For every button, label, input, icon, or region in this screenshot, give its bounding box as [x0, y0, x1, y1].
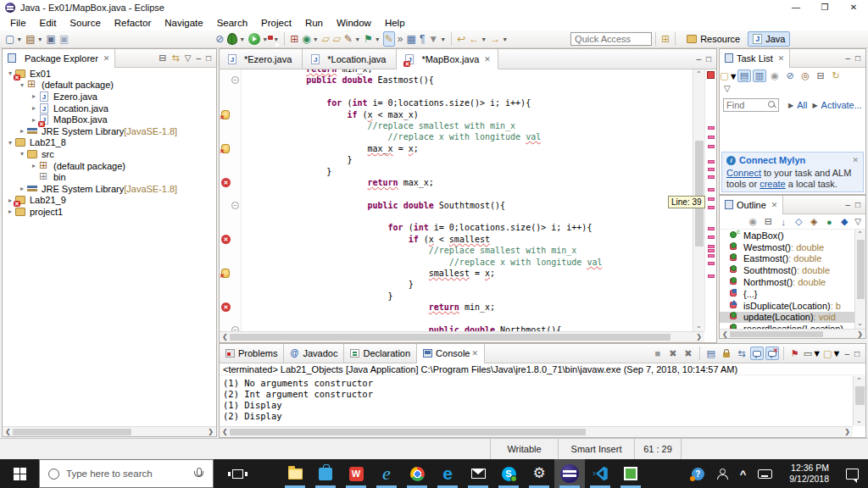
coverage-icon[interactable]: ▼ [270, 31, 280, 47]
expander-icon[interactable]: ▾ [6, 139, 14, 147]
task-view-button[interactable] [222, 459, 253, 488]
tray-clock[interactable]: 12:36 PM9/12/2018 [778, 459, 840, 488]
minimize-icon[interactable]: ‒ [844, 349, 849, 358]
annotation-mark[interactable] [708, 236, 715, 239]
code-editor[interactable]: ✕✕✕−−− return min_x; public double Eastm… [220, 69, 716, 331]
word-wrap-icon[interactable]: ⇆ [735, 347, 748, 360]
next-annotation-icon[interactable]: » [397, 31, 404, 47]
tree-item--default-package-[interactable]: ▾(default package) [3, 80, 216, 92]
package-explorer-tab[interactable]: Package Explorer ✕ [3, 49, 115, 68]
filter-all-link[interactable]: All [797, 100, 807, 110]
taskbar-app-mail[interactable] [463, 459, 493, 488]
categorized-icon[interactable]: ▤ [737, 69, 751, 82]
console-tab-problems[interactable]: Problems [220, 344, 284, 363]
run-icon[interactable]: ▼ [248, 31, 269, 47]
tree-item-ezero-java[interactable]: ▸JEzero.java [3, 91, 216, 103]
taskbar-search[interactable]: Type here to search [39, 459, 214, 488]
expander-icon[interactable]: ▸ [18, 185, 26, 192]
tree-item-project1[interactable]: ▸project1 [3, 206, 216, 218]
close-icon[interactable]: ✕ [771, 201, 778, 209]
remove-launch-icon[interactable]: ✖ [666, 347, 680, 360]
taskbar-app-file-explorer[interactable] [280, 459, 310, 488]
maximize-icon[interactable]: □ [854, 349, 860, 358]
tray-keyboard[interactable] [752, 459, 778, 488]
vertical-scrollbar[interactable]: ⌃ ⌄ [853, 376, 865, 426]
outline-item-recordlocation-location-[interactable]: recordlocation(Location) [720, 323, 854, 329]
view-menu-icon[interactable]: ▽ [185, 53, 192, 63]
taskbar-app-skype[interactable]: S [493, 459, 524, 488]
dropdown-arrow-icon[interactable]: ▼ [481, 36, 487, 42]
annotation-mark[interactable] [708, 160, 715, 164]
table-icon[interactable]: ▦ [406, 31, 417, 47]
filter-completed-icon[interactable]: ⊘ [783, 69, 797, 82]
open-perspective-icon[interactable]: ⊞ [660, 31, 670, 47]
focus-icon[interactable]: ◉ [768, 69, 782, 82]
minimize-icon[interactable]: ‒ [845, 53, 850, 63]
dropdown-arrow-icon[interactable]: ▼ [440, 36, 446, 42]
display-console-icon[interactable]: ▭▼ [804, 347, 821, 360]
annotation-mark[interactable] [708, 227, 715, 230]
terminate-icon[interactable]: ■ [651, 347, 665, 360]
dropdown-arrow-icon[interactable]: ▼ [354, 36, 360, 42]
outline-item--[interactable]: {...} [720, 288, 854, 300]
tree-item-location-java[interactable]: ▸JLocation.java [3, 103, 216, 114]
taskbar-app-chrome[interactable] [402, 459, 432, 488]
forward-icon[interactable]: →▼ [489, 31, 509, 47]
hide-static-icon[interactable]: ◈ [807, 215, 821, 228]
debug-icon[interactable]: ▼ [226, 31, 246, 47]
maximize-icon[interactable]: □ [855, 200, 860, 209]
maximize-icon[interactable]: □ [855, 53, 860, 63]
minimize-button[interactable]: — [782, 0, 810, 15]
hide-locals-icon[interactable]: ◆ [837, 215, 851, 228]
taskbar-app-eclipse[interactable] [554, 459, 585, 488]
horizontal-scrollbar[interactable]: ❮ ❯ [3, 426, 216, 436]
annotation-mark[interactable] [708, 126, 715, 130]
outline-item-eastmost-[interactable]: Eastmost() : double [720, 253, 854, 265]
new-wizard-icon[interactable]: ▢▼ [4, 31, 23, 47]
annotation-mark[interactable] [708, 188, 715, 191]
editor-tab--location-java[interactable]: J*Location.java [303, 49, 397, 69]
outline-item-isduplicate-location-[interactable]: isDuplicate(Location) : b [720, 300, 854, 312]
close-button[interactable]: ✕ [839, 0, 868, 15]
maximize-icon[interactable]: □ [706, 54, 711, 64]
outline-tree[interactable]: MapBox()Westmost() : doubleEastmost() : … [720, 230, 854, 329]
dropdown-arrow-icon[interactable]: ▼ [313, 36, 319, 42]
annotation-mark[interactable] [708, 197, 715, 201]
menu-file[interactable]: File [3, 16, 33, 30]
menu-search[interactable]: Search [210, 16, 254, 30]
collapse-all-icon[interactable]: ⊟ [159, 53, 166, 64]
taskbar-app-settings[interactable]: ⚙ [524, 459, 554, 488]
outline-item-northmost-[interactable]: Northmost() : double [720, 276, 854, 288]
hide-nonpublic-icon[interactable]: ● [822, 215, 836, 228]
new-java-package-icon[interactable]: ⊞ [289, 31, 299, 47]
menu-source[interactable]: Source [63, 16, 107, 30]
tree-item-src[interactable]: ▾src [3, 148, 216, 160]
annotation-mark[interactable] [708, 274, 715, 278]
outline-item-update-location-[interactable]: update(Location) : void [720, 312, 854, 324]
dropdown-arrow-icon[interactable]: ▼ [16, 36, 22, 42]
tree-item-lab21-8[interactable]: ▾Lab21_8 [3, 137, 216, 149]
annotation-mark[interactable] [708, 136, 715, 139]
plug-icon[interactable]: ⚑▼ [363, 31, 381, 47]
open-task-icon[interactable]: ▱ [321, 31, 331, 47]
back-icon[interactable]: ←▼ [468, 31, 487, 47]
scheduled-icon[interactable]: ▥ [753, 69, 766, 82]
expander-icon[interactable]: ▸ [30, 92, 38, 100]
mark-occurrences-icon[interactable]: ✎ [383, 31, 395, 47]
console-tab-declaration[interactable]: Declaration [344, 344, 417, 363]
focus-icon[interactable]: ◉ [746, 215, 760, 228]
expander-icon[interactable]: ▾ [18, 81, 26, 89]
dropdown-arrow-icon[interactable]: ▼ [375, 36, 381, 42]
collapse-all-icon[interactable]: ⊟ [761, 215, 775, 228]
horizontal-scrollbar[interactable]: ❮ ❯ [720, 329, 865, 338]
new-java-project-icon[interactable]: ▤▼ [25, 31, 43, 47]
expander-icon[interactable]: ▸ [30, 162, 38, 169]
minimize-icon[interactable]: ‒ [196, 53, 201, 63]
expander-icon[interactable]: ▸ [18, 127, 26, 135]
activate-link[interactable]: Activate... [821, 100, 862, 110]
expander-icon[interactable]: ▸ [30, 116, 38, 124]
annotation-mark[interactable] [708, 245, 715, 248]
show-stdout-icon[interactable] [750, 347, 764, 360]
menu-window[interactable]: Window [330, 16, 378, 30]
outline-item-westmost-[interactable]: Westmost() : double [720, 241, 854, 253]
